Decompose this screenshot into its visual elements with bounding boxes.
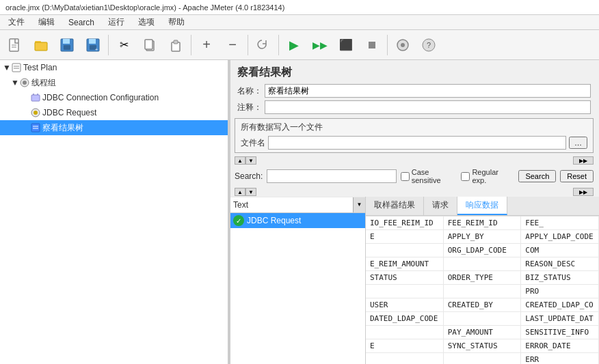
thread-group-icon [19,77,30,88]
comment-input[interactable] [265,100,591,114]
view-results-icon [30,122,41,133]
menu-run[interactable]: 运行 [103,15,130,29]
data-cell-10-2: ERR [521,353,599,364]
scroll-right2-btn[interactable]: ▶▶ [573,188,594,196]
dropdown-arrow[interactable]: ▼ [353,197,365,212]
svg-rect-13 [145,40,152,49]
scroll-arrows-1: ▲ ▼ ▶▶ [229,156,599,165]
svg-rect-20 [12,64,21,72]
scroll-down-btn[interactable]: ▼ [245,156,256,165]
save-button[interactable] [55,33,79,57]
reset-search-button[interactable]: Reset [560,170,594,182]
panel-title: 察看结果树 [229,60,599,83]
copy-button[interactable] [137,33,162,57]
data-cell-2-2: COM [521,244,599,257]
add-button[interactable]: + [194,33,219,57]
toolbar-sep-5 [387,35,388,55]
data-cell-0-1: FEE_REIM_ID [444,216,522,230]
remove-button[interactable]: − [220,33,245,57]
data-cell-9-0: E [366,339,444,353]
data-cell-6-0: USER [366,298,444,312]
tree-item-view-results-tree[interactable]: ▶ 察看结果树 [0,120,228,135]
jdbc-connection-label: JDBC Connection Configuration [42,93,159,102]
toolbar-sep-3 [248,35,248,55]
reset-button[interactable] [251,33,276,57]
sample-item-label: JDBC Request [247,216,301,225]
tree-item-jdbc-connection[interactable]: ▶ JDBC Connection Configuration [0,90,228,105]
tab-request[interactable]: 请求 [424,197,457,215]
comment-row: 注释： [229,99,599,115]
new-button[interactable] [3,33,27,57]
file-name-label: 文件名 [241,137,265,149]
data-cell-5-1 [444,285,522,298]
svg-point-29 [34,111,38,115]
start-no-pause-button[interactable]: ▶▶ [308,33,332,57]
cut-button[interactable]: ✂ [111,33,136,57]
scroll-down2-btn[interactable]: ▼ [245,188,256,196]
expand-icon-2: ▼ [11,78,19,87]
regex-checkbox[interactable] [461,172,470,181]
data-cell-3-2: REASON_DESC [521,257,599,271]
data-cell-4-0: STATUS [366,271,444,285]
search-input[interactable] [267,169,396,183]
help-button[interactable]: ? [416,33,441,57]
tree-item-jdbc-request[interactable]: ▶ JDBC Request [0,105,228,120]
results-body: Text ▼ ✓ JDBC Request 取样器结果 请求 响应数 [229,197,599,364]
dropdown-label[interactable]: Text [229,197,353,212]
scroll-right-btn[interactable]: ▶▶ [573,156,594,165]
data-grid: IO_FEE_REIM_ID FEE_REIM_ID FEE_ E APPLY_… [366,216,599,364]
tree-item-thread-group[interactable]: ▼ 线程组 [0,75,228,90]
data-cell-7-2: LAST_UPDATE_DAT [521,312,599,326]
scroll-up-btn[interactable]: ▲ [235,156,245,165]
scroll-up2-btn[interactable]: ▲ [235,188,245,196]
stop-button[interactable]: ⬛ [334,33,358,57]
svg-rect-30 [31,124,40,132]
data-cell-5-0 [366,285,444,298]
svg-point-17 [401,43,405,47]
test-plan-icon [11,62,22,73]
thread-group-label: 线程组 [31,77,56,89]
case-sensitive-checkbox[interactable] [401,172,410,181]
resize-handle[interactable] [228,60,229,364]
regex-label: Regular exp. [472,168,511,184]
search-button[interactable]: Search [518,170,556,182]
data-cell-9-1: SYNC_STATUS [444,339,522,353]
case-sensitive-row: Case sensitive [401,168,457,184]
left-panel: ▼ Test Plan ▼ 线程组 ▶ JDBC Connection Conf… [0,60,229,364]
jdbc-request-label: JDBC Request [42,108,96,117]
file-row: 文件名 … [241,136,587,150]
data-cell-0-0: IO_FEE_REIM_ID [366,216,444,230]
start-button[interactable]: ▶ [282,33,306,57]
tree-item-test-plan[interactable]: ▼ Test Plan [0,60,228,75]
menu-search[interactable]: Search [63,16,100,29]
tab-response-data[interactable]: 响应数据 [457,197,507,215]
data-cell-2-0 [366,244,444,257]
data-cell-7-1 [444,312,522,326]
menu-file[interactable]: 文件 [3,15,30,29]
data-cell-3-1 [444,257,522,271]
right-panel: 察看结果树 名称： 注释： 所有数据写入一个文件 文件名 … ▲ ▼ ▶▶ [229,60,599,364]
svg-rect-9 [89,39,96,44]
file-browse-button[interactable]: … [569,137,587,149]
name-input[interactable] [265,84,591,98]
tab-sampler-result[interactable]: 取样器结果 [366,197,424,215]
stop-now-button[interactable]: ⏹ [360,33,384,57]
search-label: Search: [235,171,263,181]
sample-item-jdbc-request[interactable]: ✓ JDBC Request [229,213,365,228]
paste-button[interactable] [163,33,188,57]
data-cell-6-2: CREATED_LDAP_CO [521,298,599,312]
data-cell-7-0: DATED_LDAP_CODE [366,312,444,326]
menu-options[interactable]: 选项 [133,15,160,29]
save-as-button[interactable]: + [81,33,105,57]
jdbc-request-icon [30,107,41,118]
open-button[interactable] [29,33,53,57]
data-cell-1-1: APPLY_BY [444,230,522,244]
samples-list-header: Text ▼ [229,197,365,213]
view-results-tree-label: 察看结果树 [42,122,83,134]
svg-rect-15 [174,40,178,44]
menu-edit[interactable]: 编辑 [33,15,60,29]
data-cell-8-0 [366,326,444,339]
remote-button[interactable] [390,33,415,57]
file-name-input[interactable] [268,136,566,150]
menu-help[interactable]: 帮助 [163,15,190,29]
